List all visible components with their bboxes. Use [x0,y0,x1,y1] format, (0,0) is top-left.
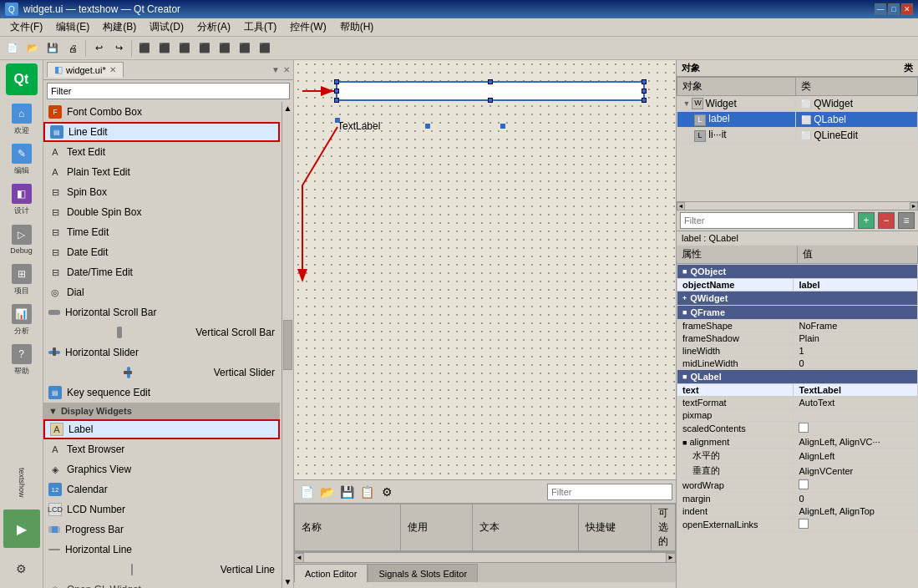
menu-analyze[interactable]: 分析(A) [190,18,237,36]
obj-scroll-left[interactable]: ◄ [677,202,685,210]
bottom-filter-input[interactable] [547,484,672,500]
toolbar-align-top[interactable]: ⬛ [195,39,214,58]
handle-tr[interactable] [642,79,647,84]
widget-item-spin-box[interactable]: ⊟ Spin Box [43,182,280,202]
table-row[interactable]: lineWidth 1 [677,345,918,357]
checkbox-wordwrap[interactable] [799,479,809,489]
prop-val-scaledcontents[interactable] [794,422,918,436]
table-row[interactable]: midLineWidth 0 [677,357,918,370]
bottom-btn-save[interactable]: 💾 [337,483,356,501]
tab-signals-slots[interactable]: Signals & Slots Editor [368,564,478,582]
toolbar-print[interactable]: 🖨 [63,39,82,58]
checkbox-openextlinks[interactable] [799,519,809,529]
label-handle-mr[interactable] [425,124,430,129]
display-widgets-section[interactable]: ▼ Display Widgets [43,403,280,419]
prop-val-textformat[interactable]: AutoText [794,397,918,409]
table-row[interactable]: openExternalLinks [677,518,918,532]
toolbar-new[interactable]: 📄 [3,39,22,58]
scrollbar-up[interactable]: ▲ [282,102,293,113]
prop-group-qlabel[interactable]: ■ QLabel [677,370,918,384]
scrollbar-thumb[interactable] [283,320,292,370]
table-row[interactable]: textFormat AutoText [677,397,918,409]
prop-add-btn[interactable]: + [858,212,875,229]
widget-item-double-spin-box[interactable]: ⊟ Double Spin Box [43,202,280,222]
widget-item-horiz-slider[interactable]: Horizontal Slider [43,342,280,362]
table-row[interactable]: text TextLabel [677,384,918,397]
toolbar-undo[interactable]: ↩ [89,39,108,58]
toolbar-redo[interactable]: ↪ [109,39,128,58]
toolbar-export[interactable]: ⬛ [256,39,274,58]
label-handle-tl[interactable] [335,118,340,123]
widget-item-date-edit[interactable]: ⊟ Date Edit [43,242,280,262]
table-row[interactable]: margin 0 [677,493,918,505]
widget-item-vert-scrollbar[interactable]: Vertical Scroll Bar [43,322,280,342]
sidebar-item-debug[interactable]: ▷ Debug [3,220,41,259]
prop-group-qframe[interactable]: ■ QFrame [677,306,918,320]
sidebar-debug-button[interactable]: ⚙ [3,550,41,588]
toolbar-align-center[interactable]: ⬛ [155,39,174,58]
table-row[interactable]: wordWrap [677,479,918,493]
toolbar-open[interactable]: 📂 [23,39,42,58]
widget-item-dial[interactable]: ◎ Dial [43,282,280,302]
widget-item-time-edit[interactable]: ⊟ Time Edit [43,222,280,242]
bottom-btn-open[interactable]: 📂 [317,483,336,501]
tab-action-editor[interactable]: Action Editor [294,564,368,582]
widget-item-font-combo-box[interactable]: F Font Combo Box [43,102,280,122]
scrollbar-down[interactable]: ▼ [282,577,293,588]
menu-help[interactable]: 帮助(H) [333,18,381,36]
sidebar-item-project[interactable]: ⊞ 项目 [3,261,41,299]
widget-item-lcd-number[interactable]: LCD LCD Number [43,499,280,520]
prop-val-frameshape[interactable]: NoFrame [794,320,918,332]
prop-remove-btn[interactable]: − [878,212,895,229]
sidebar-item-help[interactable]: ? 帮助 [3,341,41,379]
file-tab-widget[interactable]: ◧ widget.ui* ✕ [47,62,124,78]
close-button[interactable]: ✕ [901,3,913,15]
widget-item-text-edit[interactable]: A Text Edit [43,142,280,162]
tab-arrow-down[interactable]: ▼ [271,65,280,74]
table-row[interactable]: pixmap [677,409,918,422]
toolbar-align-left[interactable]: ⬛ [135,39,154,58]
toolbar-grid[interactable]: ⬛ [216,39,234,58]
bottom-btn-new[interactable]: 📄 [297,483,316,501]
prop-val-openextlinks[interactable] [794,518,918,532]
widget-item-line-edit[interactable]: ▤ Line Edit [43,122,280,142]
group-expand-qframe[interactable]: ■ [682,308,687,317]
group-expand-qwidget[interactable]: + [682,294,687,302]
prop-val-pixmap[interactable] [794,409,918,422]
widget-item-key-seq-edit[interactable]: ▤ Key sequence Edit [43,383,280,403]
prop-val-midlinewidth[interactable]: 0 [794,357,918,370]
menu-controls[interactable]: 控件(W) [283,18,332,36]
table-row[interactable]: frameShadow Plain [677,332,918,345]
file-tab-close[interactable]: ✕ [109,65,116,74]
sidebar-item-design[interactable]: ◧ 设计 [3,180,41,219]
menu-tools[interactable]: 工具(T) [237,18,283,36]
sidebar-item-textshow[interactable]: textshow [2,458,42,508]
prop-val-indent[interactable]: AlignLeft, AlignTop [794,505,918,518]
bottom-btn-settings[interactable]: ⚙ [378,483,396,501]
obj-scroll-right[interactable]: ► [910,202,918,210]
sidebar-item-analyze[interactable]: 📊 分析 [3,301,41,339]
prop-filter-input[interactable] [680,212,855,229]
widget-item-datetime-edit[interactable]: ⊟ Date/Time Edit [43,262,280,282]
handle-ml[interactable] [334,89,339,94]
scroll-left[interactable]: ◄ [294,553,304,563]
handle-tm[interactable] [488,79,493,84]
prop-val-objectname[interactable]: label [794,279,918,291]
scroll-right[interactable]: ► [666,553,676,563]
label-handle-mr2[interactable] [500,124,505,129]
sidebar-run-button[interactable]: ▶ [3,509,40,548]
handle-tl[interactable] [334,79,339,84]
prop-val-wordwrap[interactable] [794,479,918,493]
table-row[interactable]: 水平的 AlignLeft [677,449,918,464]
widget-item-horiz-scrollbar[interactable]: Horizontal Scroll Bar [43,302,280,322]
toolbar-align-right[interactable]: ⬛ [175,39,194,58]
prop-val-horizontal[interactable]: AlignLeft [794,449,918,464]
handle-mr[interactable] [642,89,647,94]
widget-item-graphics-view[interactable]: ◈ Graphics View [43,459,280,479]
widget-item-calendar[interactable]: 12 Calendar [43,479,280,499]
table-row[interactable]: indent AlignLeft, AlignTop [677,505,918,518]
widget-item-label[interactable]: A Label [43,419,280,439]
widget-filter-input[interactable] [47,83,290,99]
canvas-line-edit[interactable] [336,81,645,101]
widget-item-plain-text-edit[interactable]: A Plain Text Edit [43,162,280,182]
